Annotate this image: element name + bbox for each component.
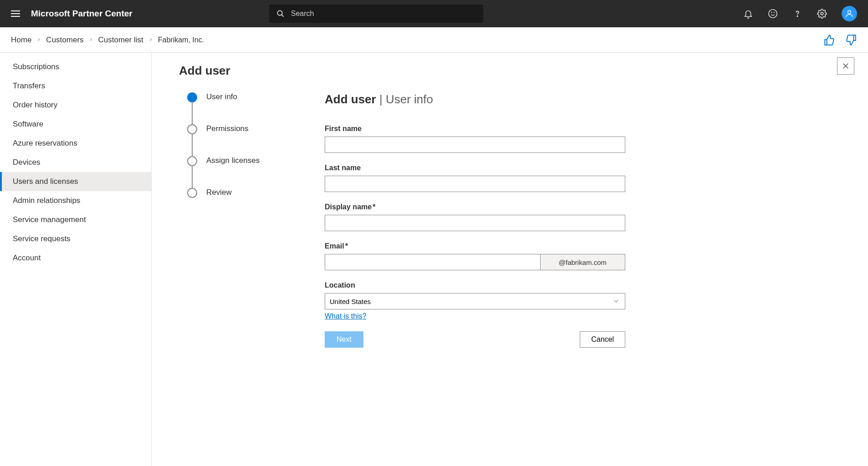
field-location: Location What is this?	[325, 281, 625, 320]
svg-point-5	[797, 16, 797, 16]
step-circle-icon	[187, 92, 197, 102]
sidebar-item-service-requests[interactable]: Service requests	[0, 229, 151, 248]
step-circle-icon	[187, 188, 197, 198]
location-label: Location	[325, 281, 625, 289]
svg-point-3	[771, 12, 772, 13]
step-review[interactable]: Review	[187, 188, 306, 198]
question-icon	[792, 9, 802, 19]
svg-point-6	[821, 12, 823, 15]
topbar-icons	[743, 6, 857, 21]
step-label: Assign licenses	[206, 156, 260, 165]
search-icon	[276, 10, 285, 18]
step-label: Permissions	[206, 124, 249, 133]
feedback-smile-button[interactable]	[768, 9, 778, 19]
email-domain-suffix: @fabrikam.com	[541, 254, 625, 270]
step-permissions[interactable]: Permissions	[187, 124, 306, 134]
first-name-input[interactable]	[325, 137, 625, 153]
cancel-button[interactable]: Cancel	[580, 331, 625, 348]
button-row: Next Cancel	[325, 331, 625, 348]
gear-icon	[817, 9, 827, 19]
sidebar-item-transfers[interactable]: Transfers	[0, 76, 151, 96]
wizard-stepper: User info Permissions Assign licenses Re…	[179, 92, 306, 348]
content-area: Add user User info Permissions Assign li…	[152, 53, 868, 466]
svg-point-2	[769, 10, 777, 18]
sidebar: Subscriptions Transfers Order history So…	[0, 53, 152, 466]
close-icon	[842, 62, 850, 70]
breadcrumb-home[interactable]: Home	[11, 35, 31, 45]
step-connector	[192, 166, 193, 188]
step-label: Review	[206, 188, 232, 197]
location-select[interactable]	[325, 293, 625, 309]
app-title: Microsoft Partner Center	[31, 9, 133, 19]
breadcrumb-customer-list[interactable]: Customer list	[98, 35, 143, 45]
breadcrumb-current: Fabrikam, Inc.	[158, 36, 204, 44]
sidebar-item-azure-reservations[interactable]: Azure reservations	[0, 134, 151, 153]
bell-icon	[743, 9, 753, 19]
last-name-input[interactable]	[325, 176, 625, 192]
step-assign-licenses[interactable]: Assign licenses	[187, 156, 306, 166]
hamburger-menu-button[interactable]	[11, 10, 20, 17]
last-name-label: Last name	[325, 164, 625, 172]
thumbs-up-icon[interactable]	[823, 34, 835, 46]
sidebar-item-users-licenses[interactable]: Users and licenses	[0, 172, 151, 191]
smile-icon	[768, 9, 778, 19]
what-is-this-link[interactable]: What is this?	[325, 312, 367, 320]
svg-point-7	[848, 10, 851, 14]
first-name-label: First name	[325, 125, 625, 133]
step-label: User info	[206, 92, 237, 101]
sidebar-item-devices[interactable]: Devices	[0, 153, 151, 172]
step-circle-icon	[187, 124, 197, 134]
user-avatar[interactable]	[842, 6, 857, 21]
close-button[interactable]	[837, 57, 854, 75]
field-email: Email* @fabrikam.com	[325, 242, 625, 270]
display-name-label: Display name*	[325, 203, 625, 211]
svg-point-0	[277, 10, 282, 15]
form-title-sub: User info	[386, 92, 433, 106]
sidebar-item-software[interactable]: Software	[0, 115, 151, 134]
sidebar-item-account[interactable]: Account	[0, 248, 151, 268]
avatar-icon	[845, 9, 854, 18]
email-input[interactable]	[325, 254, 541, 270]
main-layout: Subscriptions Transfers Order history So…	[0, 53, 868, 466]
help-button[interactable]	[792, 9, 802, 19]
feedback-controls	[823, 34, 857, 46]
sidebar-item-order-history[interactable]: Order history	[0, 96, 151, 115]
form-area: Add user | User info First name Last nam…	[325, 92, 625, 348]
field-last-name: Last name	[325, 164, 625, 192]
breadcrumb-bar: Home Customers Customer list Fabrikam, I…	[0, 27, 868, 53]
breadcrumb-customers[interactable]: Customers	[46, 35, 83, 45]
field-first-name: First name	[325, 125, 625, 153]
step-connector	[192, 102, 193, 124]
step-connector	[192, 134, 193, 156]
sidebar-item-subscriptions[interactable]: Subscriptions	[0, 57, 151, 76]
step-user-info[interactable]: User info	[187, 92, 306, 102]
chevron-right-icon	[148, 36, 153, 44]
form-title-sep: |	[376, 92, 386, 106]
search-box[interactable]	[269, 5, 483, 23]
step-circle-icon	[187, 156, 197, 166]
svg-point-4	[774, 12, 774, 13]
email-label: Email*	[325, 242, 625, 250]
sidebar-item-service-management[interactable]: Service management	[0, 210, 151, 229]
sidebar-item-admin-relationships[interactable]: Admin relationships	[0, 191, 151, 210]
page-title: Add user	[179, 64, 841, 78]
chevron-right-icon	[88, 36, 94, 44]
display-name-input[interactable]	[325, 215, 625, 231]
thumbs-down-icon[interactable]	[845, 34, 857, 46]
chevron-right-icon	[36, 36, 41, 44]
location-value[interactable]	[325, 293, 625, 309]
form-title: Add user | User info	[325, 92, 625, 106]
notifications-button[interactable]	[743, 9, 753, 19]
svg-line-1	[281, 15, 284, 17]
settings-button[interactable]	[817, 9, 827, 19]
form-title-main: Add user	[325, 92, 376, 106]
next-button[interactable]: Next	[325, 331, 363, 348]
search-input[interactable]	[291, 10, 476, 18]
field-display-name: Display name*	[325, 203, 625, 231]
top-bar: Microsoft Partner Center	[0, 0, 868, 27]
